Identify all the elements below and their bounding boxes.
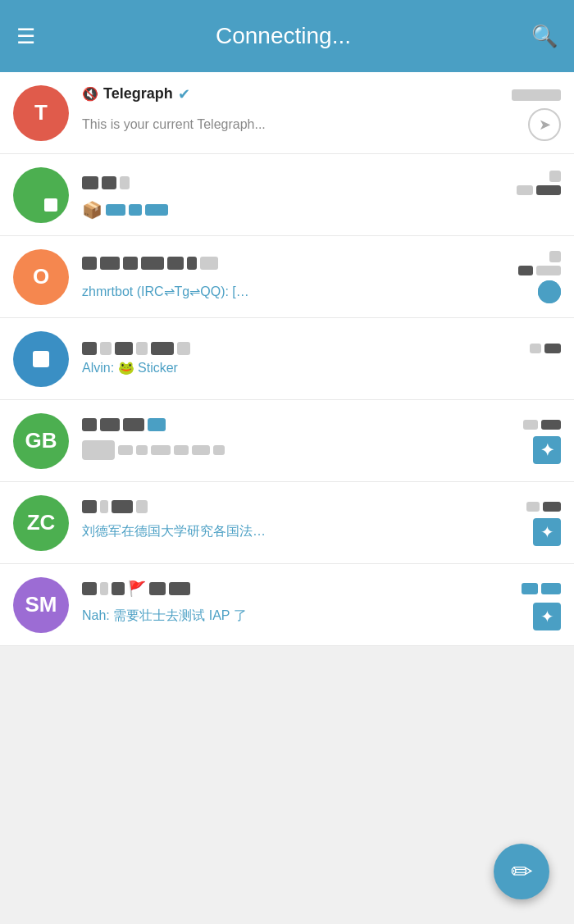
share-button-telegraph[interactable]: ➤ [528, 108, 561, 141]
unread-badge-3 [538, 280, 561, 303]
avatar-3: O [13, 249, 69, 305]
chat-preview-6: 刘德军在德国大学研究各国法… [82, 523, 266, 540]
header-title: Connecting... [35, 23, 531, 49]
header: ☰ Connecting... 🔍 [0, 0, 574, 72]
chat-preview-telegraph: This is your current Telegraph... [82, 117, 266, 132]
avatar-5: GB [13, 413, 69, 469]
compose-fab[interactable]: ✏ [494, 844, 549, 899]
chat-content-2: 📦 [82, 171, 561, 220]
search-icon[interactable]: 🔍 [531, 24, 558, 49]
chat-preview-7: Nah: 需要壮士去测试 IAP 了 [82, 608, 247, 625]
avatar-4 [13, 331, 69, 387]
avatar-7: SM [13, 577, 69, 633]
menu-icon[interactable]: ☰ [16, 25, 35, 47]
avatar-2 [13, 167, 69, 223]
chat-name-telegraph: Telegraph [103, 85, 173, 102]
chat-item-3[interactable]: O [0, 236, 574, 318]
avatar-6: ZC [13, 495, 69, 551]
chat-item-7[interactable]: SM 🚩 [0, 564, 574, 646]
chat-content-3: zhmrtbot (IRC⇌Tg⇌QQ): [… [82, 251, 561, 303]
avatar-telegraph: T [13, 85, 69, 141]
chat-content-4: Alvin: 🐸 Sticker [82, 342, 561, 376]
chat-list: T 🔇 Telegraph ✔ This is your current Tel… [0, 72, 574, 646]
chat-content-telegraph: 🔇 Telegraph ✔ This is your current Teleg… [82, 85, 561, 141]
chat-item-4[interactable]: Alvin: 🐸 Sticker [0, 318, 574, 400]
chat-item-6[interactable]: ZC 刘德军在德 [0, 482, 574, 564]
chat-content-5: ✦ [82, 418, 561, 464]
unread-badge-6: ✦ [533, 518, 561, 546]
chat-item-5[interactable]: GB [0, 400, 574, 482]
chat-item-telegraph[interactable]: T 🔇 Telegraph ✔ This is your current Tel… [0, 72, 574, 154]
chat-item-2[interactable]: 📦 [0, 154, 574, 236]
mute-icon: 🔇 [82, 86, 98, 102]
verified-icon: ✔ [178, 85, 190, 103]
unread-badge-7: ✦ [533, 603, 561, 630]
chat-preview-3: zhmrtbot (IRC⇌Tg⇌QQ): [… [82, 284, 249, 299]
unread-badge-5: ✦ [533, 436, 561, 464]
chat-content-7: 🚩 Nah: 需要壮士去测试 IAP 了 ✦ [82, 580, 561, 630]
chat-content-6: 刘德军在德国大学研究各国法… ✦ [82, 500, 561, 546]
chat-time-telegraph [512, 87, 561, 100]
chat-preview-4: Alvin: 🐸 Sticker [82, 360, 178, 376]
